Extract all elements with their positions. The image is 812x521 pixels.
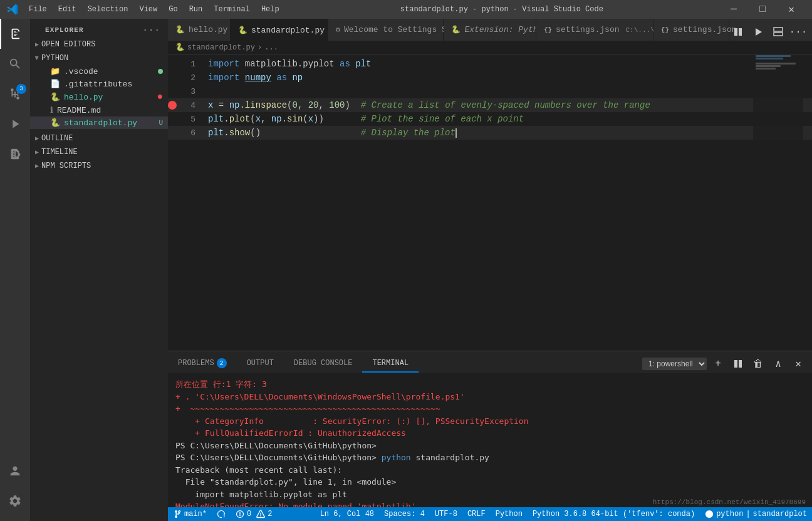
sidebar-item-gitattributes[interactable]: 📄 .gitattributes [30, 78, 168, 90]
sidebar-item-vscode[interactable]: 📁 .vscode [30, 65, 168, 78]
spaces-status[interactable]: Spaces: 4 [379, 507, 430, 521]
window-controls: ─ □ ✕ [719, 0, 806, 19]
svg-point-1 [11, 88, 14, 91]
minimize-button[interactable]: ─ [719, 0, 748, 19]
timeline-chevron-icon: ▶ [35, 148, 39, 156]
maximize-button[interactable]: □ [748, 0, 777, 19]
code-content-2: import numpy as np [206, 73, 812, 83]
python-version-status[interactable]: Python 3.6.8 64-bit ('tfenv': conda) [528, 507, 700, 521]
panel-tab-debug-console[interactable]: DEBUG CONSOLE [284, 355, 363, 373]
activity-settings[interactable] [0, 486, 30, 516]
npm-scripts-section[interactable]: ▶ NPM SCRIPTS [30, 159, 168, 173]
menu-go[interactable]: Go [164, 3, 182, 16]
open-editors-section[interactable]: ▶ OPEN EDITORS [30, 38, 168, 51]
panel-tab-problems[interactable]: PROBLEMS 2 [168, 354, 237, 373]
outline-section[interactable]: ▶ OUTLINE [30, 132, 168, 145]
activity-explorer[interactable] [0, 19, 30, 49]
sidebar: EXPLORER ··· ▶ OPEN EDITORS ▶ PYTHON 📁 .… [30, 19, 168, 521]
sidebar-item-hello-py[interactable]: 🐍 hello.py ● [30, 90, 168, 104]
more-actions-button[interactable]: ··· [789, 23, 807, 41]
sync-status[interactable] [212, 507, 231, 521]
breakpoint-indicator [168, 101, 177, 110]
svg-rect-4 [774, 28, 783, 31]
info-icon: ℹ [50, 105, 53, 115]
svg-rect-3 [774, 33, 783, 36]
timeline-section[interactable]: ▶ TIMELINE [30, 145, 168, 159]
sidebar-item-standardplot[interactable]: 🐍 standardplot.py U [30, 116, 168, 129]
menu-selection[interactable]: Selection [83, 3, 133, 16]
code-line-2: 2 import numpy as np [168, 71, 812, 85]
sidebar-header: EXPLORER ··· [30, 19, 168, 38]
code-content-6: plt.show() # Display the plot [206, 128, 812, 138]
close-panel-button[interactable]: ✕ [789, 355, 807, 373]
activity-extensions[interactable] [0, 139, 30, 169]
tab-settings[interactable]: {} settings.json [653, 19, 729, 41]
outline-chevron-icon: ▶ [35, 135, 39, 142]
editor-toolbar: ··· [729, 23, 812, 41]
tab-settings-icon: {} [544, 26, 552, 34]
terminal-content[interactable]: 所在位置 行:1 字符: 3 + . 'C:\Users\DELL\Docume… [168, 373, 812, 507]
status-left: main* 0 2 [168, 507, 277, 521]
vscode-logo-icon [6, 3, 19, 16]
terminal-line-8: Traceback (most recent call last): [175, 464, 804, 477]
errors-status[interactable]: 0 2 [231, 507, 277, 521]
eol-status[interactable]: CRLF [462, 507, 491, 521]
split-editor-button[interactable] [729, 23, 747, 41]
run-button[interactable] [749, 23, 767, 41]
close-button[interactable]: ✕ [777, 0, 806, 19]
menu-file[interactable]: File [24, 3, 52, 16]
error-badge: ● [157, 91, 163, 103]
untracked-badge: U [159, 119, 163, 126]
python-file-status[interactable]: python | standardplot [700, 507, 812, 521]
add-terminal-button[interactable]: + [709, 355, 727, 373]
tab-settings-user[interactable]: {} settings.json C:\...\User [536, 19, 653, 41]
kill-terminal-button[interactable]: 🗑 [749, 355, 767, 373]
tab-extension-python[interactable]: 🐍 Extension: Python [444, 19, 536, 41]
toggle-panel-button[interactable] [769, 23, 787, 41]
git-branch-status[interactable]: main* [168, 507, 212, 521]
menu-edit[interactable]: Edit [53, 3, 81, 16]
menu-help[interactable]: Help [256, 3, 284, 16]
code-line-5: 5 plt.plot(x, np.sin(x)) # Plot the sine… [168, 112, 812, 126]
code-line-3: 3 [168, 85, 812, 98]
activity-accounts[interactable] [0, 456, 30, 486]
panel-tab-terminal[interactable]: TERMINAL [362, 355, 419, 373]
terminal-shell-select[interactable]: 1: powershell [642, 358, 707, 370]
language-status[interactable]: Python [491, 507, 528, 521]
tab-scroll: 🐍 hello.py 🐍 standardplot.py ✕ ⚙ Welcome… [168, 19, 812, 41]
panel-tab-output[interactable]: OUTPUT [237, 355, 284, 373]
tab-hello-py[interactable]: 🐍 hello.py [168, 19, 231, 41]
git-branch-name: main* [184, 510, 207, 518]
watermark: https://blog.csdn.net/weixin_41978699 [653, 498, 806, 506]
tab-standardplot-icon: 🐍 [238, 26, 247, 35]
terminal-line-4: + CategoryInfo : SecurityError: (:) [], … [175, 415, 804, 428]
tab-bar: 🐍 hello.py 🐍 standardplot.py ✕ ⚙ Welcome… [168, 19, 812, 41]
split-terminal-button[interactable] [729, 355, 747, 373]
terminal-line-7: PS C:\Users\DELL\Documents\GitHub\python… [175, 451, 804, 464]
file-icon: 📄 [50, 79, 60, 89]
python-file-icon2: 🐍 [50, 118, 60, 128]
code-content-1: import matplotlib.pyplot as plt [206, 59, 812, 69]
window-title: standardplot.py - python - Visual Studio… [284, 5, 719, 14]
standardplot-label: standardplot [753, 510, 807, 518]
terminal-line-1: 所在位置 行:1 字符: 3 [175, 378, 804, 391]
tab-hello-icon: 🐍 [175, 25, 185, 34]
tab-standardplot[interactable]: 🐍 standardplot.py ✕ [231, 19, 328, 41]
encoding-status[interactable]: UTF-8 [430, 507, 462, 521]
python-section[interactable]: ▶ PYTHON [30, 51, 168, 65]
tab-ext-icon: 🐍 [451, 25, 461, 34]
activity-source-control[interactable]: 3 [0, 79, 30, 109]
code-editor[interactable]: 1 import matplotlib.pyplot as plt 2 impo… [168, 54, 812, 351]
terminal-line-5: + FullQualifiedErrorId : UnauthorizedAcc… [175, 427, 804, 440]
tab-welcome[interactable]: ⚙ Welcome to Settings Sync [328, 19, 444, 41]
maximize-panel-button[interactable]: ∧ [769, 355, 787, 373]
activity-debug[interactable] [0, 109, 30, 139]
sidebar-item-readme[interactable]: ℹ README.md [30, 104, 168, 116]
menu-terminal[interactable]: Terminal [209, 3, 255, 16]
cursor-position-status[interactable]: Ln 6, Col 48 [315, 507, 379, 521]
sidebar-header-actions[interactable]: ··· [142, 25, 160, 35]
activity-search[interactable] [0, 49, 30, 79]
menu-view[interactable]: View [134, 3, 162, 16]
panel-toolbar: 1: powershell + 🗑 ∧ ✕ [642, 355, 812, 373]
menu-run[interactable]: Run [184, 3, 208, 16]
